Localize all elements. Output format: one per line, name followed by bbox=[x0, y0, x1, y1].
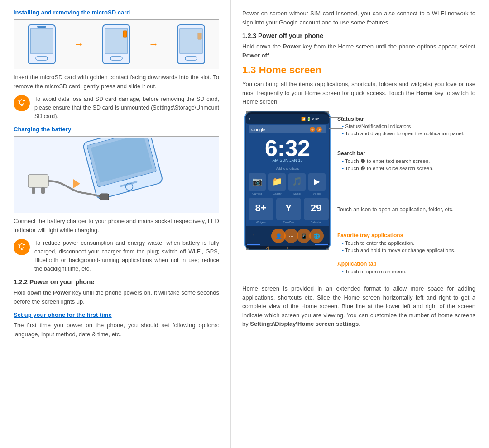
phone-diagram-1 bbox=[26, 24, 58, 65]
section13-title: 1.3 Home screen bbox=[242, 64, 475, 76]
svg-rect-7 bbox=[123, 31, 127, 37]
section123-para: Hold down the Power key from the Home sc… bbox=[242, 42, 475, 60]
note-box-2: To reduce power consumption and energy w… bbox=[14, 239, 219, 273]
svg-rect-3 bbox=[37, 26, 46, 28]
status-bar-label: Status bar • Status/Notification indicat… bbox=[337, 115, 475, 138]
status-bar-bullet-2: • Touch and drag down to open the notifi… bbox=[337, 130, 475, 137]
svg-text:②: ② bbox=[318, 128, 321, 131]
right-column: Power on screen without SIM card inserte… bbox=[231, 0, 489, 448]
svg-text:Add to shortcuts: Add to shortcuts bbox=[276, 167, 299, 170]
svg-rect-26 bbox=[41, 187, 45, 194]
svg-text:📱: 📱 bbox=[301, 233, 307, 239]
svg-text:◁: ◁ bbox=[265, 245, 269, 250]
svg-text:□: □ bbox=[307, 245, 309, 250]
charging-image bbox=[14, 136, 219, 213]
fav-tray-bullet-1: • Touch to enter the application. bbox=[337, 239, 475, 247]
phone-svg: ? 📶 🔋 6:32 Google ① ② 6:32 AM SUN JAN 18… bbox=[242, 111, 333, 251]
phone-diagram-2 bbox=[101, 24, 132, 65]
settings-bold: Settings\Display\Home screen settings bbox=[250, 320, 359, 327]
app-touch-label: Touch an icon to open an application, fo… bbox=[337, 206, 475, 214]
phone-diagram-section: ? 📶 🔋 6:32 Google ① ② 6:32 AM SUN JAN 18… bbox=[242, 111, 475, 280]
section123-title: 1.2.3 Power off your phone bbox=[242, 32, 475, 39]
svg-text:⋯: ⋯ bbox=[288, 233, 294, 239]
svg-text:8+: 8+ bbox=[255, 202, 266, 214]
home-screen-bottom-para: Home screen is provided in an extended f… bbox=[242, 284, 475, 329]
home-bold: Home bbox=[416, 90, 432, 96]
fav-tray-label: Favorite tray applications • Touch to en… bbox=[337, 232, 475, 254]
svg-rect-27 bbox=[100, 194, 109, 200]
svg-text:Y: Y bbox=[285, 202, 292, 214]
charging-para: Connect the battery charger to your phon… bbox=[14, 217, 219, 234]
app-tab-bullet-1: • Touch to open main menu. bbox=[337, 268, 475, 275]
svg-rect-24 bbox=[28, 175, 48, 187]
search-bar-label: Search bar • Touch ❶ to enter text searc… bbox=[337, 150, 475, 172]
svg-text:?: ? bbox=[249, 117, 251, 121]
svg-text:Widgets: Widgets bbox=[256, 221, 266, 224]
left-column: Installing and removing the microSD card… bbox=[0, 0, 231, 448]
diagram-labels: Status bar • Status/Notification indicat… bbox=[337, 111, 475, 280]
section122-title: 1.2.2 Power on your phone bbox=[14, 278, 219, 286]
section13-intro: You can bring all the items (application… bbox=[242, 80, 475, 106]
note-box-1: To avoid data loss and SD card damage, b… bbox=[14, 95, 219, 120]
search-bar-bullet-1: • Touch ❶ to enter text search screen. bbox=[337, 157, 475, 165]
power-bold-1: Power bbox=[53, 289, 71, 296]
charging-illustration bbox=[19, 138, 214, 211]
right-intro: Power on screen without SIM card inserte… bbox=[242, 9, 475, 27]
charging-title[interactable]: Charging the battery bbox=[14, 126, 219, 133]
app-tab-label: Application tab • Touch to open main men… bbox=[337, 260, 475, 275]
svg-text:Gallery: Gallery bbox=[273, 192, 281, 195]
svg-text:🌐: 🌐 bbox=[313, 233, 320, 239]
svg-text:📷: 📷 bbox=[252, 176, 263, 186]
svg-text:👤: 👤 bbox=[275, 233, 282, 239]
lightbulb-icon bbox=[17, 99, 26, 108]
svg-rect-12 bbox=[198, 33, 201, 39]
status-bar-arrow bbox=[329, 117, 343, 118]
svg-rect-10 bbox=[180, 29, 202, 53]
app-icon-arrow bbox=[329, 181, 343, 181]
svg-rect-80 bbox=[246, 111, 329, 114]
svg-text:▶: ▶ bbox=[314, 177, 320, 186]
svg-rect-25 bbox=[32, 187, 35, 194]
sd-arrow-2: → bbox=[149, 38, 158, 50]
note-text-1: To avoid data loss and SD card damage, b… bbox=[34, 95, 219, 120]
svg-text:6:32: 6:32 bbox=[265, 136, 310, 161]
power-bold-2: Power bbox=[283, 43, 301, 50]
microsd-section-title[interactable]: Installing and removing the microSD card bbox=[14, 9, 130, 16]
microsd-image: → → bbox=[14, 19, 219, 69]
svg-text:🎵: 🎵 bbox=[292, 176, 302, 186]
svg-marker-28 bbox=[73, 179, 80, 188]
svg-line-34 bbox=[24, 244, 25, 245]
svg-text:TimeZen: TimeZen bbox=[283, 221, 293, 224]
svg-text:Camera: Camera bbox=[252, 192, 262, 195]
phone-diagram-3 bbox=[175, 24, 207, 65]
svg-rect-1 bbox=[30, 29, 53, 53]
svg-text:Music: Music bbox=[293, 192, 301, 195]
sd-arrow-1: → bbox=[74, 38, 84, 50]
setup-para: The first time you power on the phone, y… bbox=[14, 321, 219, 338]
phone-mockup: ? 📶 🔋 6:32 Google ① ② 6:32 AM SUN JAN 18… bbox=[242, 111, 333, 251]
svg-text:29: 29 bbox=[311, 202, 321, 214]
svg-point-13 bbox=[19, 100, 24, 105]
lightbulb-icon-2 bbox=[17, 243, 26, 252]
svg-text:①: ① bbox=[311, 128, 314, 131]
setup-title[interactable]: Set up your phone for the first time bbox=[14, 311, 219, 318]
section122-para: Hold down the Power key until the phone … bbox=[14, 288, 219, 306]
status-bar-bullet-1: • Status/Notification indicators bbox=[337, 123, 475, 130]
microsd-para: Insert the microSD card with golden cont… bbox=[14, 73, 219, 91]
svg-text:Calendar: Calendar bbox=[311, 221, 321, 224]
poweroff-bold: Power off bbox=[242, 52, 269, 59]
search-bar-bullet-2: • Touch ❷ to enter voice search screen. bbox=[337, 165, 475, 172]
svg-text:AM  SUN JAN 18: AM SUN JAN 18 bbox=[272, 158, 302, 162]
fav-tray-bullet-2: • Touch and hold to move or change appli… bbox=[337, 247, 475, 254]
note-icon-1 bbox=[14, 95, 30, 111]
svg-text:←: ← bbox=[251, 229, 260, 239]
svg-text:○: ○ bbox=[286, 245, 289, 250]
fav-tray-arrow bbox=[329, 231, 343, 231]
svg-point-29 bbox=[19, 244, 24, 248]
svg-text:Videos: Videos bbox=[313, 192, 321, 195]
svg-line-17 bbox=[19, 100, 19, 101]
note-text-2: To reduce power consumption and energy w… bbox=[34, 239, 219, 273]
svg-text:📶 🔋 6:32: 📶 🔋 6:32 bbox=[301, 117, 320, 121]
svg-line-33 bbox=[19, 244, 19, 245]
note-icon-2 bbox=[14, 239, 30, 255]
